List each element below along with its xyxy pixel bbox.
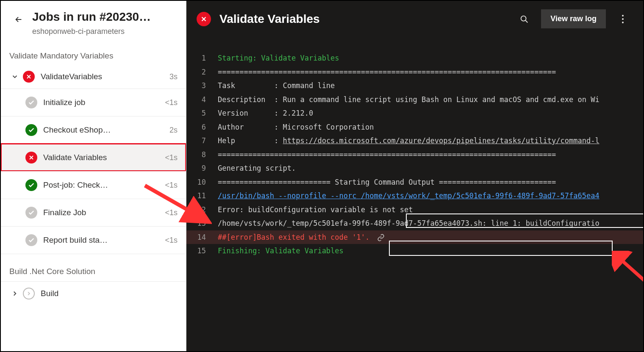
log-line: 13/home/vsts/work/_temp/5c501efa-99f6-48… <box>186 216 643 230</box>
step-duration: <1s <box>158 236 178 245</box>
log-line: 3Task : Command line <box>186 79 643 93</box>
log-line: 1Starting: Validate Variables <box>186 51 643 65</box>
skipped-icon <box>25 207 37 219</box>
log-line: 12Error: buildConfiguration variable is … <box>186 203 643 217</box>
skipped-icon <box>25 234 37 246</box>
step-label: Initialize job <box>43 98 158 107</box>
pipeline-name: eshoponweb-ci-parameters <box>32 27 151 36</box>
log-line: 7Help : https://docs.microsoft.com/azure… <box>186 134 643 148</box>
back-button[interactable] <box>12 13 25 26</box>
search-button[interactable] <box>516 11 533 28</box>
svg-line-1 <box>526 20 528 22</box>
step-checkout[interactable]: Checkout eShop… 2s <box>1 116 186 144</box>
job-name: ValidateVariables <box>41 72 158 81</box>
step-label: Post-job: Check… <box>43 180 158 190</box>
link-icon[interactable] <box>377 234 385 241</box>
step-validate-variables[interactable]: Validate Variables <1s <box>1 144 186 171</box>
queued-icon <box>23 288 35 299</box>
sidebar: Jobs in run #20230… eshoponweb-ci-parame… <box>1 1 186 351</box>
step-duration: <1s <box>158 153 178 162</box>
success-icon <box>25 179 37 191</box>
step-report-build-status[interactable]: Report build sta… <1s <box>1 226 186 254</box>
step-duration: <1s <box>158 208 178 217</box>
log-header: Validate Variables View raw log <box>186 1 643 37</box>
step-duration: <1s <box>158 181 178 190</box>
job-duration: 3s <box>158 72 178 81</box>
log-line: 4Description : Run a command line script… <box>186 93 643 107</box>
chevron-right-icon <box>9 290 20 297</box>
log-line: 9Generating script. <box>186 161 643 175</box>
help-link[interactable]: https://docs.microsoft.com/azure/devops/… <box>283 136 600 145</box>
log-line-error: 14##[error]Bash exited with code '1'. <box>186 230 643 244</box>
page-title: Jobs in run #20230… <box>32 10 151 24</box>
log-title: Validate Variables <box>219 12 507 26</box>
fail-icon <box>25 152 37 164</box>
step-finalize-job[interactable]: Finalize Job <1s <box>1 199 186 226</box>
log-line: 6Author : Microsoft Corporation <box>186 120 643 134</box>
bash-command-link[interactable]: /usr/bin/bash --noprofile --norc /home/v… <box>218 191 600 200</box>
svg-point-2 <box>622 15 624 17</box>
svg-point-3 <box>622 18 624 20</box>
step-label: Report build sta… <box>43 236 158 245</box>
stage-label: Validate Mandatory Variables <box>1 40 186 65</box>
log-line: 11/usr/bin/bash --noprofile --norc /home… <box>186 189 643 203</box>
log-line: 2=======================================… <box>186 65 643 79</box>
chevron-down-icon <box>9 73 20 80</box>
success-icon <box>25 124 37 136</box>
view-raw-log-button[interactable]: View raw log <box>541 9 606 28</box>
step-label: Checkout eShop… <box>43 125 158 135</box>
log-pane: Validate Variables View raw log 1Startin… <box>186 1 643 351</box>
step-postjob-checkout[interactable]: Post-job: Check… <1s <box>1 171 186 199</box>
job-row-validate[interactable]: ValidateVariables 3s <box>1 65 186 89</box>
svg-point-0 <box>521 16 526 21</box>
stage-label: Build .Net Core Solution <box>1 254 186 281</box>
step-initialize-job[interactable]: Initialize job <1s <box>1 89 186 116</box>
step-label: Validate Variables <box>43 153 158 162</box>
sidebar-header: Jobs in run #20230… eshoponweb-ci-parame… <box>1 1 186 40</box>
log-line: 10========================== Starting Co… <box>186 175 643 189</box>
svg-point-4 <box>622 22 624 23</box>
log-line: 5Version : 2.212.0 <box>186 106 643 120</box>
fail-icon <box>23 71 35 83</box>
job-name: Build <box>41 289 158 298</box>
log-line: 8=======================================… <box>186 148 643 162</box>
log-line: 15Finishing: Validate Variables <box>186 244 643 258</box>
more-button[interactable] <box>614 11 631 28</box>
job-row-build[interactable]: Build <box>1 281 186 305</box>
fail-icon <box>197 12 211 26</box>
step-duration: <1s <box>158 98 178 107</box>
step-duration: 2s <box>158 126 178 135</box>
step-label: Finalize Job <box>43 208 158 217</box>
log-body[interactable]: 1Starting: Validate Variables 2=========… <box>186 37 643 351</box>
skipped-icon <box>25 97 37 108</box>
